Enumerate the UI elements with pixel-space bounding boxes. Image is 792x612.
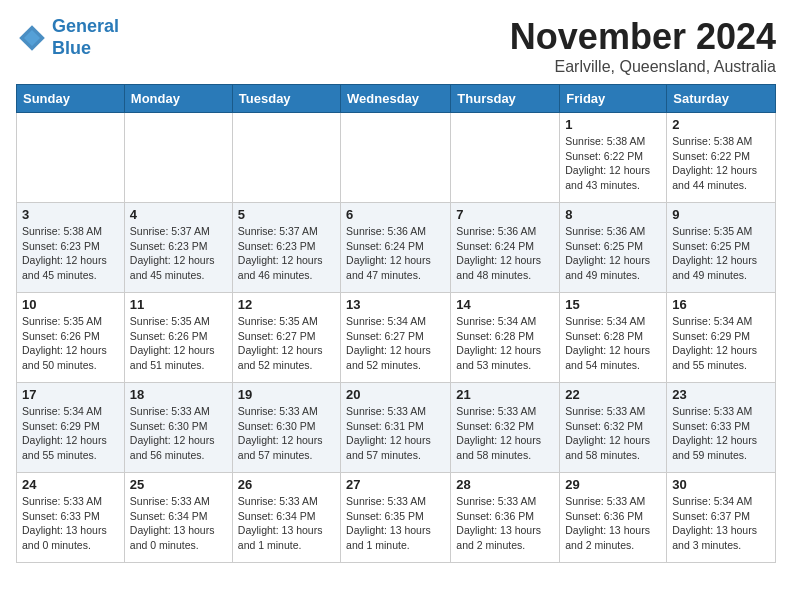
col-saturday: Saturday [667, 85, 776, 113]
calendar-cell: 20Sunrise: 5:33 AM Sunset: 6:31 PM Dayli… [341, 383, 451, 473]
week-row-1: 1Sunrise: 5:38 AM Sunset: 6:22 PM Daylig… [17, 113, 776, 203]
day-info: Sunrise: 5:34 AM Sunset: 6:28 PM Dayligh… [456, 314, 554, 373]
calendar-cell [232, 113, 340, 203]
calendar-cell [124, 113, 232, 203]
calendar-cell: 28Sunrise: 5:33 AM Sunset: 6:36 PM Dayli… [451, 473, 560, 563]
day-number: 5 [238, 207, 335, 222]
day-info: Sunrise: 5:33 AM Sunset: 6:31 PM Dayligh… [346, 404, 445, 463]
day-info: Sunrise: 5:38 AM Sunset: 6:23 PM Dayligh… [22, 224, 119, 283]
logo: General Blue [16, 16, 119, 59]
calendar-cell: 29Sunrise: 5:33 AM Sunset: 6:36 PM Dayli… [560, 473, 667, 563]
day-number: 4 [130, 207, 227, 222]
calendar-cell: 15Sunrise: 5:34 AM Sunset: 6:28 PM Dayli… [560, 293, 667, 383]
calendar-cell: 10Sunrise: 5:35 AM Sunset: 6:26 PM Dayli… [17, 293, 125, 383]
calendar-cell: 27Sunrise: 5:33 AM Sunset: 6:35 PM Dayli… [341, 473, 451, 563]
calendar-cell: 13Sunrise: 5:34 AM Sunset: 6:27 PM Dayli… [341, 293, 451, 383]
day-info: Sunrise: 5:33 AM Sunset: 6:32 PM Dayligh… [565, 404, 661, 463]
location-subtitle: Earlville, Queensland, Australia [510, 58, 776, 76]
calendar-cell: 3Sunrise: 5:38 AM Sunset: 6:23 PM Daylig… [17, 203, 125, 293]
day-number: 21 [456, 387, 554, 402]
day-number: 6 [346, 207, 445, 222]
day-info: Sunrise: 5:33 AM Sunset: 6:34 PM Dayligh… [238, 494, 335, 553]
calendar-cell: 2Sunrise: 5:38 AM Sunset: 6:22 PM Daylig… [667, 113, 776, 203]
day-info: Sunrise: 5:34 AM Sunset: 6:29 PM Dayligh… [672, 314, 770, 373]
day-info: Sunrise: 5:36 AM Sunset: 6:24 PM Dayligh… [346, 224, 445, 283]
calendar-cell: 8Sunrise: 5:36 AM Sunset: 6:25 PM Daylig… [560, 203, 667, 293]
calendar-cell: 12Sunrise: 5:35 AM Sunset: 6:27 PM Dayli… [232, 293, 340, 383]
day-info: Sunrise: 5:35 AM Sunset: 6:26 PM Dayligh… [130, 314, 227, 373]
calendar-cell: 5Sunrise: 5:37 AM Sunset: 6:23 PM Daylig… [232, 203, 340, 293]
day-number: 9 [672, 207, 770, 222]
day-number: 12 [238, 297, 335, 312]
day-number: 24 [22, 477, 119, 492]
calendar-cell [17, 113, 125, 203]
day-number: 18 [130, 387, 227, 402]
day-info: Sunrise: 5:36 AM Sunset: 6:24 PM Dayligh… [456, 224, 554, 283]
day-number: 25 [130, 477, 227, 492]
day-info: Sunrise: 5:33 AM Sunset: 6:35 PM Dayligh… [346, 494, 445, 553]
day-number: 1 [565, 117, 661, 132]
logo-icon [16, 22, 48, 54]
day-info: Sunrise: 5:33 AM Sunset: 6:32 PM Dayligh… [456, 404, 554, 463]
day-number: 3 [22, 207, 119, 222]
day-number: 17 [22, 387, 119, 402]
col-thursday: Thursday [451, 85, 560, 113]
title-section: November 2024 Earlville, Queensland, Aus… [510, 16, 776, 76]
day-number: 29 [565, 477, 661, 492]
day-info: Sunrise: 5:33 AM Sunset: 6:36 PM Dayligh… [565, 494, 661, 553]
day-info: Sunrise: 5:37 AM Sunset: 6:23 PM Dayligh… [238, 224, 335, 283]
day-info: Sunrise: 5:38 AM Sunset: 6:22 PM Dayligh… [672, 134, 770, 193]
day-number: 15 [565, 297, 661, 312]
day-number: 7 [456, 207, 554, 222]
calendar-cell: 14Sunrise: 5:34 AM Sunset: 6:28 PM Dayli… [451, 293, 560, 383]
day-number: 22 [565, 387, 661, 402]
calendar-cell: 18Sunrise: 5:33 AM Sunset: 6:30 PM Dayli… [124, 383, 232, 473]
calendar-cell: 25Sunrise: 5:33 AM Sunset: 6:34 PM Dayli… [124, 473, 232, 563]
calendar-cell: 19Sunrise: 5:33 AM Sunset: 6:30 PM Dayli… [232, 383, 340, 473]
day-info: Sunrise: 5:35 AM Sunset: 6:25 PM Dayligh… [672, 224, 770, 283]
calendar-cell [451, 113, 560, 203]
calendar-cell: 7Sunrise: 5:36 AM Sunset: 6:24 PM Daylig… [451, 203, 560, 293]
day-info: Sunrise: 5:36 AM Sunset: 6:25 PM Dayligh… [565, 224, 661, 283]
calendar-table: Sunday Monday Tuesday Wednesday Thursday… [16, 84, 776, 563]
calendar-cell: 17Sunrise: 5:34 AM Sunset: 6:29 PM Dayli… [17, 383, 125, 473]
day-number: 11 [130, 297, 227, 312]
day-number: 16 [672, 297, 770, 312]
day-info: Sunrise: 5:33 AM Sunset: 6:33 PM Dayligh… [672, 404, 770, 463]
calendar-cell: 11Sunrise: 5:35 AM Sunset: 6:26 PM Dayli… [124, 293, 232, 383]
day-info: Sunrise: 5:37 AM Sunset: 6:23 PM Dayligh… [130, 224, 227, 283]
calendar-cell: 23Sunrise: 5:33 AM Sunset: 6:33 PM Dayli… [667, 383, 776, 473]
calendar-cell: 4Sunrise: 5:37 AM Sunset: 6:23 PM Daylig… [124, 203, 232, 293]
day-number: 26 [238, 477, 335, 492]
day-info: Sunrise: 5:33 AM Sunset: 6:33 PM Dayligh… [22, 494, 119, 553]
col-tuesday: Tuesday [232, 85, 340, 113]
day-number: 13 [346, 297, 445, 312]
day-number: 19 [238, 387, 335, 402]
header: General Blue November 2024 Earlville, Qu… [16, 16, 776, 76]
day-info: Sunrise: 5:35 AM Sunset: 6:26 PM Dayligh… [22, 314, 119, 373]
day-info: Sunrise: 5:35 AM Sunset: 6:27 PM Dayligh… [238, 314, 335, 373]
day-number: 23 [672, 387, 770, 402]
week-row-5: 24Sunrise: 5:33 AM Sunset: 6:33 PM Dayli… [17, 473, 776, 563]
day-number: 14 [456, 297, 554, 312]
col-wednesday: Wednesday [341, 85, 451, 113]
calendar-cell: 9Sunrise: 5:35 AM Sunset: 6:25 PM Daylig… [667, 203, 776, 293]
day-number: 2 [672, 117, 770, 132]
day-number: 10 [22, 297, 119, 312]
day-info: Sunrise: 5:34 AM Sunset: 6:37 PM Dayligh… [672, 494, 770, 553]
calendar-cell: 26Sunrise: 5:33 AM Sunset: 6:34 PM Dayli… [232, 473, 340, 563]
month-year-title: November 2024 [510, 16, 776, 58]
calendar-cell: 30Sunrise: 5:34 AM Sunset: 6:37 PM Dayli… [667, 473, 776, 563]
col-sunday: Sunday [17, 85, 125, 113]
day-info: Sunrise: 5:34 AM Sunset: 6:27 PM Dayligh… [346, 314, 445, 373]
day-number: 8 [565, 207, 661, 222]
day-number: 28 [456, 477, 554, 492]
day-info: Sunrise: 5:34 AM Sunset: 6:28 PM Dayligh… [565, 314, 661, 373]
day-info: Sunrise: 5:34 AM Sunset: 6:29 PM Dayligh… [22, 404, 119, 463]
calendar-cell: 6Sunrise: 5:36 AM Sunset: 6:24 PM Daylig… [341, 203, 451, 293]
day-info: Sunrise: 5:38 AM Sunset: 6:22 PM Dayligh… [565, 134, 661, 193]
day-number: 20 [346, 387, 445, 402]
logo-text: General Blue [52, 16, 119, 59]
week-row-4: 17Sunrise: 5:34 AM Sunset: 6:29 PM Dayli… [17, 383, 776, 473]
day-info: Sunrise: 5:33 AM Sunset: 6:30 PM Dayligh… [238, 404, 335, 463]
